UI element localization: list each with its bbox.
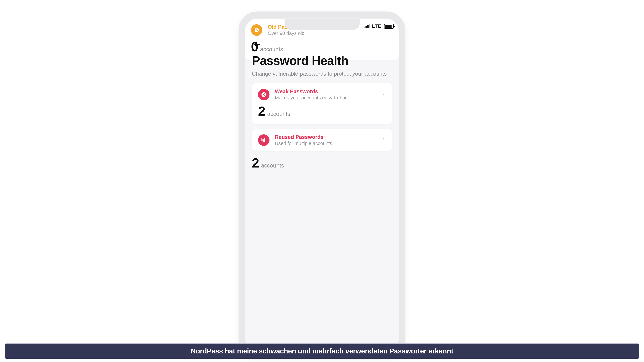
card-subtitle: Over 90 days old <box>268 30 306 36</box>
phone-screen: LTE Password Health Change vulnerable pa… <box>245 18 399 350</box>
card-title: Reused Passwords <box>275 134 332 140</box>
chevron-right-icon <box>382 136 386 144</box>
caption-text: NordPass hat meine schwachen und mehrfac… <box>9 347 635 356</box>
card-subtitle: Makes your accounts easy-to-hack <box>275 95 350 100</box>
card-subtitle: Used for multiple accounts <box>275 140 332 146</box>
page-title: Password Health <box>252 54 392 68</box>
card-count: 2 <box>258 104 265 119</box>
svg-rect-4 <box>262 139 266 141</box>
card-title: Weak Passwords <box>275 88 350 95</box>
phone-frame: LTE Password Health Change vulnerable pa… <box>238 11 405 357</box>
card-count: 2 <box>252 156 259 171</box>
phone-notch <box>284 18 360 30</box>
arrow-left-icon <box>253 40 261 48</box>
back-button[interactable] <box>252 39 262 49</box>
caption-banner: NordPass hat meine schwachen und mehrfac… <box>5 343 639 359</box>
clock-icon <box>251 24 262 36</box>
page-subtitle: Change vulnerable passwords to protect y… <box>252 71 392 77</box>
card-weak-passwords[interactable]: Weak Passwords Makes your accounts easy-… <box>252 83 392 124</box>
card-count-label: accounts <box>267 110 290 117</box>
card-count-label: accounts <box>261 162 284 169</box>
x-circle-icon <box>258 89 270 100</box>
screen-content: Password Health Change vulnerable passwo… <box>245 33 399 350</box>
copy-icon <box>258 134 270 146</box>
card-reused-passwords[interactable]: Reused Passwords Used for multiple accou… <box>252 129 392 151</box>
chevron-right-icon <box>382 90 386 98</box>
